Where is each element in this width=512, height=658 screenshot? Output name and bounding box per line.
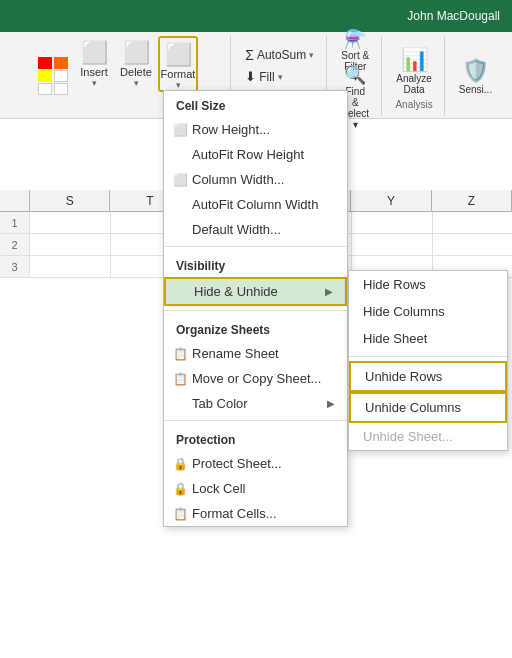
- swatch-white: [54, 70, 68, 82]
- cell-z2[interactable]: [433, 234, 513, 255]
- insert-button[interactable]: ⬜ Insert ▾: [74, 36, 114, 92]
- analyze-data-button[interactable]: 📊 Analyze Data: [390, 43, 438, 99]
- analysis-group-label: Analysis: [395, 99, 432, 110]
- protect-sheet-icon: 🔒: [172, 456, 188, 472]
- cell-y1[interactable]: [352, 212, 433, 233]
- fill-chevron: ▾: [278, 72, 283, 82]
- row-num-header: [0, 190, 30, 211]
- col-header-y: Y: [351, 190, 431, 211]
- cell-size-header: Cell Size: [164, 91, 347, 117]
- analyze-data-icon: 📊: [401, 47, 428, 73]
- cell-s1[interactable]: [30, 212, 111, 233]
- hide-unhide-arrow: ▶: [325, 286, 333, 297]
- lock-cell-icon: 🔒: [172, 481, 188, 497]
- organize-header: Organize Sheets: [164, 315, 347, 341]
- format-button[interactable]: ⬜ Format ▾: [158, 36, 198, 92]
- cell-z1[interactable]: [433, 212, 513, 233]
- analyze-data-label: Analyze Data: [396, 73, 432, 95]
- hide-unhide-submenu: Hide Rows Hide Columns Hide Sheet Unhide…: [348, 270, 508, 451]
- format-dropdown-menu: Cell Size ⬜ Row Height... AutoFit Row He…: [163, 90, 348, 527]
- rename-sheet-item[interactable]: 📋 Rename Sheet: [164, 341, 347, 366]
- divider-1: [164, 246, 347, 247]
- insert-dropdown-icon: ▾: [92, 78, 97, 88]
- tab-color-arrow: ▶: [327, 398, 335, 409]
- autosum-chevron: ▾: [309, 50, 314, 60]
- fill-icon: ⬇: [245, 69, 256, 84]
- swatch-white3: [54, 83, 68, 95]
- col-width-item[interactable]: ⬜ Column Width...: [164, 167, 347, 192]
- hide-columns-item[interactable]: Hide Columns: [349, 298, 507, 325]
- title-bar: John MacDougall: [0, 0, 512, 32]
- protection-header: Protection: [164, 425, 347, 451]
- insert-label: Insert: [80, 66, 108, 78]
- autosum-icon: Σ: [245, 47, 254, 63]
- autofit-col-item[interactable]: AutoFit Column Width: [164, 192, 347, 217]
- sort-filter-icon: ⚗️: [344, 28, 366, 50]
- cell-s3[interactable]: [30, 256, 111, 277]
- autosum-label: AutoSum: [257, 48, 306, 62]
- col-width-icon: ⬜: [172, 172, 188, 188]
- swatch-red: [38, 57, 52, 69]
- sensitivity-icon: 🛡️: [462, 58, 489, 84]
- delete-icon: ⬜: [120, 40, 152, 66]
- row-height-item[interactable]: ⬜ Row Height...: [164, 117, 347, 142]
- hide-rows-item[interactable]: Hide Rows: [349, 271, 507, 298]
- unhide-sheet-item: Unhide Sheet...: [349, 423, 507, 450]
- format-icon: ⬜: [162, 42, 194, 68]
- insert-icon: ⬜: [78, 40, 110, 66]
- autosum-button[interactable]: Σ AutoSum ▾: [241, 45, 318, 65]
- cell-y2[interactable]: [352, 234, 433, 255]
- submenu-divider: [349, 356, 507, 357]
- delete-button[interactable]: ⬜ Delete ▾: [116, 36, 156, 92]
- row-1: 1: [0, 212, 30, 233]
- visibility-header: Visibility: [164, 251, 347, 277]
- fill-label: Fill: [259, 70, 274, 84]
- delete-label: Delete: [120, 66, 152, 78]
- swatch-white2: [38, 83, 52, 95]
- unhide-columns-item[interactable]: Unhide Columns: [349, 392, 507, 423]
- username: John MacDougall: [407, 9, 500, 23]
- find-select-icon: 🔍: [344, 64, 366, 86]
- row-2: 2: [0, 234, 30, 255]
- format-cells-item[interactable]: 📋 Format Cells...: [164, 501, 347, 526]
- swatch-orange: [54, 57, 68, 69]
- swatch-yellow: [38, 70, 52, 82]
- fill-button[interactable]: ⬇ Fill ▾: [241, 67, 318, 86]
- sensitivity-label: Sensi...: [459, 84, 492, 95]
- lock-cell-item[interactable]: 🔒 Lock Cell: [164, 476, 347, 501]
- col-header-z: Z: [432, 190, 512, 211]
- rename-sheet-icon: 📋: [172, 346, 188, 362]
- row-height-icon: ⬜: [172, 122, 188, 138]
- divider-3: [164, 420, 347, 421]
- sensitivity-button[interactable]: 🛡️ Sensi...: [453, 48, 498, 104]
- divider-2: [164, 310, 347, 311]
- format-label: Format: [161, 68, 196, 80]
- hide-sheet-item[interactable]: Hide Sheet: [349, 325, 507, 352]
- format-cells-icon: 📋: [172, 506, 188, 522]
- hide-unhide-item[interactable]: Hide & Unhide ▶: [164, 277, 347, 306]
- delete-dropdown-icon: ▾: [134, 78, 139, 88]
- move-copy-icon: 📋: [172, 371, 188, 387]
- col-header-s: S: [30, 190, 110, 211]
- protect-sheet-item[interactable]: 🔒 Protect Sheet...: [164, 451, 347, 476]
- unhide-rows-item[interactable]: Unhide Rows: [349, 361, 507, 392]
- autofit-row-item[interactable]: AutoFit Row Height: [164, 142, 347, 167]
- format-dropdown-icon: ▾: [176, 80, 181, 90]
- move-copy-item[interactable]: 📋 Move or Copy Sheet...: [164, 366, 347, 391]
- row-3: 3: [0, 256, 30, 277]
- cell-s2[interactable]: [30, 234, 111, 255]
- tab-color-item[interactable]: Tab Color ▶: [164, 391, 347, 416]
- default-width-item[interactable]: Default Width...: [164, 217, 347, 242]
